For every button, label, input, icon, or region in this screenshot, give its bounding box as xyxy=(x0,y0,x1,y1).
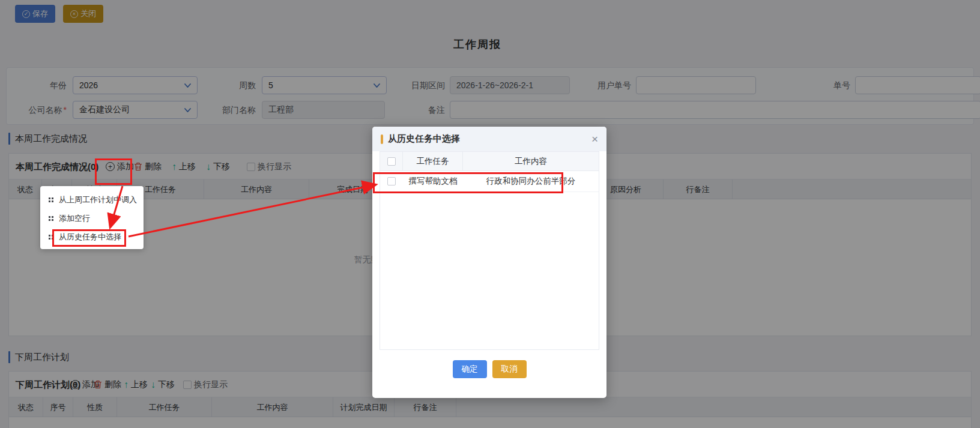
menu-item-import-last-week[interactable]: 从上周工作计划中调入 xyxy=(40,190,144,209)
row-checkbox-cell xyxy=(380,177,403,185)
col-content: 工作内容 xyxy=(463,152,599,170)
modal-header: 从历史任务中选择 × xyxy=(372,127,606,151)
grid-icon xyxy=(49,197,50,199)
cancel-button[interactable]: 取消 xyxy=(492,360,527,378)
modal-table-row[interactable]: 撰写帮助文档 行政和协同办公前半部分 xyxy=(380,171,599,192)
modal-footer: 确定 取消 xyxy=(372,355,606,382)
grid-icon xyxy=(49,235,50,237)
modal-title: 从历史任务中选择 xyxy=(388,133,587,145)
col-task: 工作任务 xyxy=(403,152,463,170)
grid-icon xyxy=(49,216,50,218)
ok-button[interactable]: 确定 xyxy=(453,360,487,378)
row-checkbox[interactable] xyxy=(387,177,396,185)
modal-table-empty-area xyxy=(380,192,599,350)
menu-item-add-empty-row[interactable]: 添加空行 xyxy=(40,209,144,228)
history-task-modal: 从历史任务中选择 × 工作任务 工作内容 撰写帮助文档 行政和协同办公前半部分 … xyxy=(372,127,606,398)
modal-accent-bar xyxy=(381,134,383,144)
add-dropdown-menu: 从上周工作计划中调入 添加空行 从历史任务中选择 xyxy=(40,186,144,249)
row-task: 撰写帮助文档 xyxy=(403,176,463,187)
select-all-cell xyxy=(380,152,403,170)
modal-table-header: 工作任务 工作内容 xyxy=(380,151,599,171)
select-all-checkbox[interactable] xyxy=(387,157,396,166)
menu-item-select-from-history[interactable]: 从历史任务中选择 xyxy=(40,228,144,246)
modal-close-icon[interactable]: × xyxy=(591,133,598,145)
row-content: 行政和协同办公前半部分 xyxy=(463,176,599,187)
modal-table: 工作任务 工作内容 撰写帮助文档 行政和协同办公前半部分 xyxy=(380,151,599,350)
